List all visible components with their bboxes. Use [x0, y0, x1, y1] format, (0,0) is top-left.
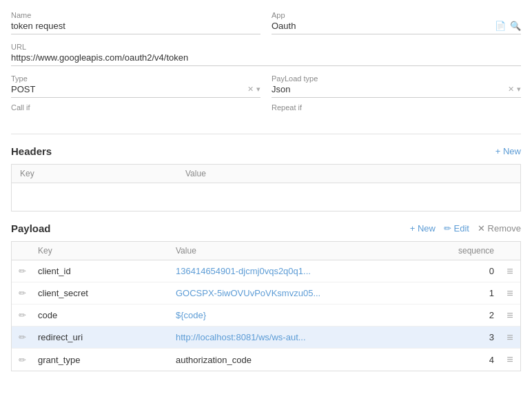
table-row[interactable]: ✏ grant_type authorization_code 4 ≡ [12, 349, 520, 371]
row-value: GOCSPX-5iwOVUvPoVKsmvzu05... [170, 288, 444, 298]
name-group: Name token request [11, 11, 260, 34]
payload-rows: ✏ client_id 136414654901-djcmj0vqs2q0q1.… [12, 260, 520, 371]
row-sequence: 1 [444, 288, 500, 298]
table-row[interactable]: ✏ code ${code} 2 ≡ [12, 304, 520, 327]
row-menu-icon[interactable]: ≡ [500, 331, 520, 344]
type-value: POST [11, 84, 247, 94]
edit-row-icon[interactable]: ✏ [12, 288, 32, 298]
row-menu-icon[interactable]: ≡ [500, 309, 520, 322]
headers-col-key: Key [12, 165, 177, 183]
repeatif-group: Repeat if [272, 103, 521, 125]
row-sequence: 0 [444, 266, 500, 276]
type-chevron-icon[interactable]: ▾ [256, 85, 260, 94]
payload-col-value: Value [170, 242, 444, 260]
type-select[interactable]: POST ✕ ▾ [11, 84, 260, 98]
type-label: Type [11, 74, 260, 83]
type-group: Type POST ✕ ▾ [11, 74, 260, 98]
payload-remove-btn[interactable]: ✕ Remove [478, 223, 521, 234]
headers-new-btn[interactable]: + New [495, 146, 521, 156]
row-sequence: 2 [444, 310, 500, 320]
headers-table: Key Value [11, 164, 521, 211]
headers-title: Headers [11, 145, 52, 157]
payload-type-select[interactable]: Json ✕ ▾ [272, 84, 521, 98]
app-field-row: Oauth 📄 🔍 [272, 21, 521, 34]
app-value[interactable]: Oauth [272, 21, 495, 31]
repeatif-label: Repeat if [272, 103, 521, 125]
row-menu-icon[interactable]: ≡ [500, 353, 520, 366]
app-label: App [272, 11, 521, 19]
payload-table-header: Key Value sequence [12, 242, 520, 260]
callif-group: Call if [11, 103, 260, 125]
row-key: client_id [32, 266, 170, 276]
payload-menu-col [500, 242, 520, 260]
payload-section: Payload + New ✏ Edit ✕ Remove Key Value … [11, 223, 521, 371]
table-row[interactable]: ✏ client_id 136414654901-djcmj0vqs2q0q1.… [12, 260, 520, 282]
payload-header: Payload + New ✏ Edit ✕ Remove [11, 223, 521, 234]
payload-type-group: PayLoad type Json ✕ ▾ [272, 74, 521, 98]
payload-type-label: PayLoad type [272, 74, 521, 83]
name-label: Name [11, 11, 260, 19]
edit-row-icon[interactable]: ✏ [12, 310, 32, 320]
edit-row-icon[interactable]: ✏ [12, 332, 32, 342]
row-menu-icon[interactable]: ≡ [500, 287, 520, 300]
payload-type-chevron-icon[interactable]: ▾ [517, 85, 521, 94]
callif-row: Call if Repeat if [11, 103, 521, 134]
url-value[interactable]: https://www.googleapis.com/oauth2/v4/tok… [11, 52, 521, 66]
table-row[interactable]: ✏ redirect_uri http://localhost:8081/ws/… [12, 327, 520, 349]
payload-title: Payload [11, 223, 51, 234]
headers-table-body [12, 183, 520, 211]
headers-col-value: Value [177, 165, 520, 183]
payload-col-key: Key [32, 242, 170, 260]
payload-type-value: Json [272, 84, 508, 94]
type-clear-btn[interactable]: ✕ [247, 85, 254, 94]
row-value: ${code} [170, 310, 444, 320]
row-sequence: 4 [444, 355, 500, 365]
type-controls: ✕ ▾ [247, 85, 260, 94]
url-row: URL https://www.googleapis.com/oauth2/v4… [11, 43, 521, 66]
row-menu-icon[interactable]: ≡ [500, 265, 520, 278]
payload-icon-col [12, 242, 32, 260]
row-value: 136414654901-djcmj0vqs2q0q1... [170, 266, 444, 276]
table-row[interactable]: ✏ client_secret GOCSPX-5iwOVUvPoVKsmvzu0… [12, 282, 520, 304]
callif-label: Call if [11, 103, 260, 125]
row-value: http://localhost:8081/ws/ws-aut... [170, 332, 444, 342]
headers-table-header: Key Value [12, 165, 520, 183]
app-group: App Oauth 📄 🔍 [272, 11, 521, 34]
payload-col-seq: sequence [444, 242, 500, 260]
row-value: authorization_code [170, 355, 444, 365]
row-key: code [32, 310, 170, 320]
row-key: redirect_uri [32, 332, 170, 342]
payload-type-controls: ✕ ▾ [508, 85, 521, 94]
row-sequence: 3 [444, 332, 500, 342]
headers-section-header: Headers + New [11, 145, 521, 157]
search-icon[interactable]: 🔍 [510, 21, 521, 31]
payload-actions: + New ✏ Edit ✕ Remove [410, 223, 521, 234]
payload-table: Key Value sequence ✏ client_id 136414654… [11, 241, 521, 371]
payload-type-clear-btn[interactable]: ✕ [508, 85, 514, 94]
name-value[interactable]: token request [11, 21, 260, 34]
url-label: URL [11, 43, 521, 51]
doc-icon[interactable]: 📄 [495, 21, 506, 31]
app-icons: 📄 🔍 [495, 21, 521, 31]
main-container: Name token request App Oauth 📄 🔍 URL htt… [0, 0, 532, 403]
edit-row-icon[interactable]: ✏ [12, 355, 32, 365]
edit-row-icon[interactable]: ✏ [12, 266, 32, 276]
payload-new-btn[interactable]: + New [410, 223, 436, 234]
row-key: client_secret [32, 288, 170, 298]
type-payload-row: Type POST ✕ ▾ PayLoad type Json ✕ ▾ [11, 74, 521, 98]
name-app-row: Name token request App Oauth 📄 🔍 [11, 11, 521, 34]
payload-edit-btn[interactable]: ✏ Edit [444, 223, 469, 234]
row-key: grant_type [32, 355, 170, 365]
